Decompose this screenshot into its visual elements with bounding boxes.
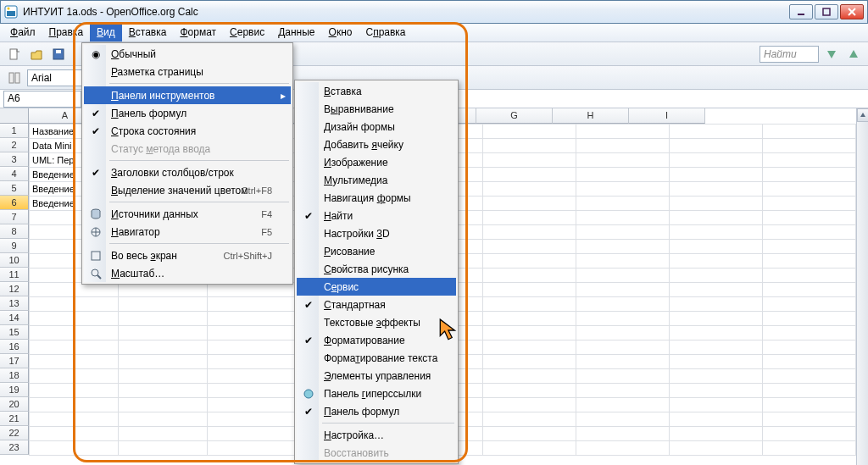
cell-F12[interactable] — [483, 283, 576, 297]
cell-H15[interactable] — [670, 326, 763, 340]
cell-H3[interactable] — [670, 153, 763, 168]
rowhdr-8[interactable]: 8 — [0, 224, 29, 239]
cell-H12[interactable] — [670, 283, 763, 297]
cell-H16[interactable] — [670, 340, 763, 355]
menuitem--[interactable]: Источники данныхF4 — [84, 205, 291, 223]
menu-Формат[interactable]: Формат — [173, 24, 223, 42]
menu-Вид[interactable]: Вид — [90, 24, 122, 42]
rowhdr-1[interactable]: 1 — [0, 124, 29, 138]
cell-F3[interactable] — [483, 153, 576, 168]
menuitem--[interactable]: Добавить ячейку — [297, 136, 456, 153]
menuitem--[interactable]: Мультимедиа — [297, 171, 456, 189]
cell-F4[interactable] — [483, 168, 576, 182]
cell-F6[interactable] — [483, 197, 576, 211]
new-doc-icon[interactable] — [5, 45, 24, 64]
colhdr-H[interactable]: H — [553, 108, 629, 124]
rowhdr-12[interactable]: 12 — [0, 282, 29, 296]
cell-F13[interactable] — [483, 297, 576, 312]
rowhdr-15[interactable]: 15 — [0, 325, 29, 340]
menuitem--[interactable]: Вставка — [297, 82, 456, 100]
cell-I17[interactable] — [762, 355, 855, 369]
rowhdr-13[interactable]: 13 — [0, 296, 29, 311]
open-icon[interactable] — [27, 45, 46, 64]
cell-F18[interactable] — [483, 369, 576, 384]
menuitem--[interactable]: Выравнивание — [297, 100, 456, 118]
colhdr-G[interactable]: G — [476, 108, 553, 124]
cell-I21[interactable] — [762, 412, 855, 427]
menuitem--[interactable]: Навигация формы — [297, 189, 456, 207]
menuitem--[interactable]: Рисование — [297, 242, 456, 260]
rowhdr-14[interactable]: 14 — [0, 311, 29, 325]
cell-G14[interactable] — [576, 312, 670, 326]
rowhdr-17[interactable]: 17 — [0, 354, 29, 368]
cell-B13[interactable] — [119, 297, 208, 312]
cell-C22[interactable] — [208, 427, 297, 441]
cell-H4[interactable] — [670, 168, 763, 182]
cell-G20[interactable] — [576, 398, 670, 412]
menu-Окно[interactable]: Окно — [322, 24, 359, 42]
cell-B14[interactable] — [119, 312, 208, 326]
cell-H7[interactable] — [670, 211, 763, 225]
menuitem--[interactable]: Настройка… — [297, 426, 456, 444]
cell-A21[interactable] — [30, 412, 119, 427]
rowhdr-5[interactable]: 5 — [0, 181, 29, 196]
cell-F16[interactable] — [483, 340, 576, 355]
menu-Данные[interactable]: Данные — [271, 24, 321, 42]
cell-B18[interactable] — [119, 369, 208, 384]
cell-H14[interactable] — [670, 312, 763, 326]
menuitem--[interactable]: Сервис — [297, 278, 456, 296]
save-icon[interactable] — [49, 45, 68, 64]
cell-F7[interactable] — [483, 211, 576, 225]
cell-A20[interactable] — [30, 398, 119, 412]
colhdr-I[interactable]: I — [629, 108, 705, 124]
rowhdr-7[interactable]: 7 — [0, 210, 29, 224]
cell-H17[interactable] — [670, 355, 763, 369]
cell-C13[interactable] — [208, 297, 297, 312]
menuitem--[interactable]: Разметка страницы — [84, 63, 291, 80]
cell-G1[interactable] — [576, 125, 670, 139]
cell-H20[interactable] — [670, 398, 763, 412]
maximize-button[interactable] — [815, 4, 838, 19]
rowhdr-11[interactable]: 11 — [0, 268, 29, 282]
cell-I12[interactable] — [762, 283, 855, 297]
cell-I1[interactable] — [762, 125, 855, 139]
cell-B22[interactable] — [119, 427, 208, 441]
cell-G21[interactable] — [576, 412, 670, 427]
cell-F17[interactable] — [483, 355, 576, 369]
cell-I10[interactable] — [762, 254, 855, 268]
cell-B15[interactable] — [119, 326, 208, 340]
menuitem--[interactable]: ✔Стандартная — [297, 296, 456, 313]
font-name-combo[interactable]: Arial — [27, 69, 86, 86]
cell-H22[interactable] — [670, 427, 763, 441]
menu-Вставка[interactable]: Вставка — [122, 24, 174, 42]
cell-A22[interactable] — [30, 427, 119, 441]
cell-I20[interactable] — [762, 398, 855, 412]
cell-A23[interactable] — [30, 441, 119, 456]
cell-B19[interactable] — [119, 384, 208, 398]
rowhdr-3[interactable]: 3 — [0, 152, 29, 167]
cell-H5[interactable] — [670, 182, 763, 197]
cell-I22[interactable] — [762, 427, 855, 441]
cell-H13[interactable] — [670, 297, 763, 312]
cell-G9[interactable] — [576, 240, 670, 254]
cell-G16[interactable] — [576, 340, 670, 355]
menuitem--[interactable]: Форматирование текста — [297, 349, 456, 367]
menuitem--[interactable]: Текстовые эффекты — [297, 313, 456, 331]
cell-F10[interactable] — [483, 254, 576, 268]
cell-C21[interactable] — [208, 412, 297, 427]
menuitem--[interactable]: Панели инструментов▸ — [84, 86, 291, 104]
cell-G17[interactable] — [576, 355, 670, 369]
find-next-icon[interactable] — [844, 45, 863, 64]
find-prev-icon[interactable] — [822, 45, 841, 64]
menuitem--[interactable]: Масштаб… — [84, 264, 291, 282]
cell-H23[interactable] — [670, 441, 763, 456]
rowhdr-21[interactable]: 21 — [0, 412, 29, 426]
cell-I4[interactable] — [762, 168, 855, 182]
menuitem--[interactable]: Свойства рисунка — [297, 260, 456, 278]
cell-I13[interactable] — [762, 297, 855, 312]
cell-F15[interactable] — [483, 326, 576, 340]
cell-G7[interactable] — [576, 211, 670, 225]
cell-I19[interactable] — [762, 384, 855, 398]
cell-G19[interactable] — [576, 384, 670, 398]
cell-I23[interactable] — [762, 441, 855, 456]
